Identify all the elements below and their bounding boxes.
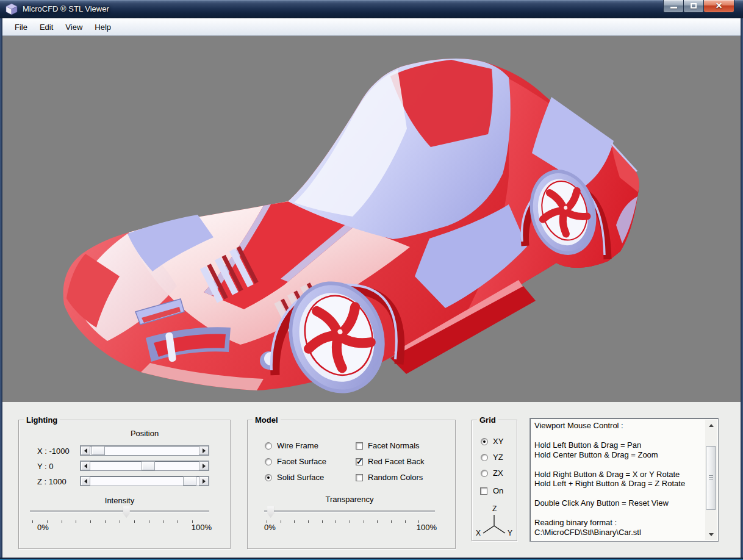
radio-grid-yz[interactable]: [481, 454, 488, 461]
info-vertical-scrollbar[interactable]: [705, 420, 717, 540]
intensity-slider-thumb[interactable]: [123, 506, 130, 518]
light-x-thumb[interactable]: [92, 446, 105, 455]
scroll-left-arrow-icon[interactable]: [81, 461, 90, 470]
scroll-down-arrow-icon[interactable]: [705, 529, 717, 540]
light-z-thumb[interactable]: [183, 476, 196, 486]
axis-x-label: X: [476, 529, 481, 537]
light-x-label: X : -1000: [37, 447, 70, 456]
checkbox-grid-on[interactable]: [480, 487, 487, 495]
transparency-slider-thumb[interactable]: [267, 506, 274, 518]
radio-grid-xy[interactable]: [481, 438, 488, 445]
grid-group: Grid XY YZ ZX On Z X Y: [472, 420, 517, 541]
transparency-slider[interactable]: [264, 506, 435, 519]
light-z-label: Z : 1000: [37, 477, 66, 486]
window-title: MicroCFD ® STL Viewer: [23, 0, 109, 18]
scroll-right-arrow-icon[interactable]: [199, 476, 209, 486]
checkbox-facet-normals-label[interactable]: Facet Normals: [368, 441, 420, 450]
scroll-right-arrow-icon[interactable]: [199, 446, 209, 455]
radio-grid-yz-label[interactable]: YZ: [493, 453, 503, 462]
intensity-min-label: 0%: [37, 523, 49, 532]
scroll-right-arrow-icon[interactable]: [199, 461, 209, 470]
light-y-label: Y : 0: [37, 462, 54, 471]
light-z-scrollbar[interactable]: [80, 476, 209, 486]
radio-grid-zx-label[interactable]: ZX: [493, 468, 503, 478]
radio-wire-frame[interactable]: [265, 442, 272, 450]
car-model-render: [2, 36, 741, 402]
radio-wire-frame-label[interactable]: Wire Frame: [277, 441, 318, 450]
transparency-min-label: 0%: [264, 523, 276, 532]
axis-z-label: Z: [492, 504, 497, 513]
transparency-max-label: 100%: [417, 523, 437, 532]
info-text: Viewport Mouse Control : Hold Left Butto…: [534, 421, 702, 537]
intensity-slider[interactable]: [30, 506, 209, 519]
scroll-left-arrow-icon[interactable]: [81, 476, 90, 486]
minimize-button[interactable]: [663, 0, 683, 13]
radio-grid-xy-label[interactable]: XY: [493, 437, 503, 446]
app-window: MicroCFD ® STL Viewer ✕ File Edit View H…: [0, 0, 743, 560]
position-label: Position: [80, 429, 209, 438]
checkbox-random-colors[interactable]: [356, 474, 363, 481]
minimize-icon: [670, 7, 677, 9]
maximize-icon: [691, 3, 697, 9]
model-group: Model Wire Frame Facet Surface Solid Sur…: [247, 420, 456, 549]
axis-y-label: Y: [508, 529, 512, 537]
control-panel: Lighting Position X : -1000 Y : 0 Z : 10…: [2, 402, 741, 558]
light-y-scrollbar[interactable]: [80, 461, 209, 471]
radio-grid-zx[interactable]: [481, 470, 488, 477]
menu-file[interactable]: File: [9, 20, 34, 34]
intensity-label: Intensity: [30, 496, 209, 505]
lighting-group: Lighting Position X : -1000 Y : 0 Z : 10…: [18, 420, 231, 549]
lighting-group-title: Lighting: [24, 415, 60, 425]
intensity-max-label: 100%: [192, 523, 212, 532]
checkbox-facet-normals[interactable]: [356, 442, 363, 450]
menu-edit[interactable]: Edit: [34, 20, 59, 34]
transparency-label: Transparency: [264, 495, 435, 504]
close-icon: ✕: [704, 1, 734, 10]
info-scroll-thumb[interactable]: [706, 446, 716, 510]
checkbox-random-colors-label[interactable]: Random Colors: [368, 473, 423, 482]
checkbox-red-facet-back[interactable]: [356, 458, 363, 465]
info-textbox[interactable]: Viewport Mouse Control : Hold Left Butto…: [529, 418, 719, 542]
radio-solid-surface[interactable]: [265, 474, 272, 481]
radio-facet-surface[interactable]: [265, 458, 272, 465]
model-group-title: Model: [253, 415, 281, 425]
scroll-up-arrow-icon[interactable]: [705, 420, 717, 431]
title-bar[interactable]: MicroCFD ® STL Viewer ✕: [0, 0, 743, 18]
axis-triad-icon: Z X Y: [475, 501, 514, 537]
light-y-thumb[interactable]: [142, 461, 155, 470]
radio-facet-surface-label[interactable]: Facet Surface: [277, 457, 326, 466]
menu-view[interactable]: View: [59, 20, 88, 34]
app-cube-icon: [5, 3, 18, 15]
close-button[interactable]: ✕: [703, 0, 734, 13]
checkbox-red-facet-back-label[interactable]: Red Facet Back: [368, 457, 425, 466]
radio-solid-surface-label[interactable]: Solid Surface: [277, 473, 324, 482]
window-border-bottom: [0, 558, 743, 560]
menu-bar: File Edit View Help: [2, 18, 741, 36]
scroll-left-arrow-icon[interactable]: [81, 446, 90, 455]
menu-help[interactable]: Help: [88, 20, 117, 34]
maximize-button[interactable]: [683, 0, 703, 13]
light-x-scrollbar[interactable]: [80, 445, 209, 456]
viewport-3d[interactable]: [2, 36, 741, 402]
grid-group-title: Grid: [477, 415, 498, 425]
window-border-right: [741, 18, 743, 560]
checkbox-grid-on-label[interactable]: On: [493, 486, 503, 495]
